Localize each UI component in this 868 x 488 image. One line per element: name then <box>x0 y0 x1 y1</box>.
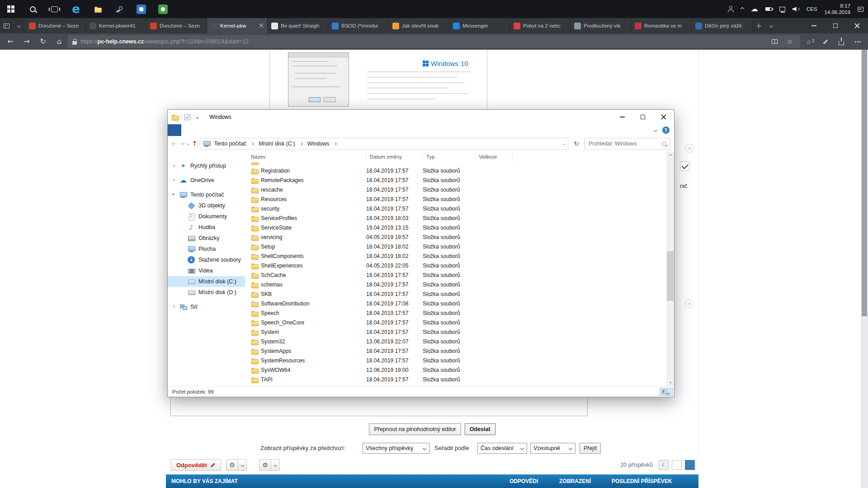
task-view-button[interactable] <box>43 0 65 18</box>
breadcrumb-segment[interactable]: Tento počítač <box>212 141 249 147</box>
taskbar-blue-app-button[interactable] <box>130 0 152 18</box>
moderator-tools-button[interactable] <box>259 459 271 471</box>
customize-qat-button[interactable] <box>196 115 199 118</box>
favorites-hub-button[interactable] <box>801 35 816 48</box>
order-select[interactable]: Vzestupně <box>530 443 576 454</box>
previous-page-button[interactable] <box>659 460 669 470</box>
sidebar-item[interactable]: Dokumenty <box>168 211 245 222</box>
file-row[interactable]: SystemApps 18.04.2019 17:57 Složka soubo… <box>247 346 666 356</box>
battery-tray-button[interactable] <box>762 0 776 18</box>
share-button[interactable] <box>834 35 849 48</box>
file-row[interactable]: Speech 18.04.2019 17:57 Složka souborů <box>247 308 666 318</box>
ribbon-tab[interactable] <box>168 124 181 136</box>
sidebar-item[interactable]: Stažené soubory <box>168 254 245 265</box>
post-embedded-image[interactable]: Windows10 <box>269 50 487 109</box>
column-header-date[interactable]: Datum změny <box>366 153 423 161</box>
add-favorite-button[interactable] <box>784 35 796 48</box>
column-header-name[interactable]: Název <box>247 153 366 161</box>
explorer-maximize-button[interactable] <box>632 110 653 124</box>
explorer-search-box[interactable]: Prohledat: Windows <box>585 138 670 150</box>
file-row[interactable]: rescache 18.04.2019 17:57 Složka souborů <box>247 185 666 194</box>
action-center-button[interactable] <box>854 0 867 18</box>
browser-close-button[interactable] <box>846 18 868 33</box>
file-row[interactable]: Resources 18.04.2019 17:57 Složka soubor… <box>247 194 666 204</box>
file-row[interactable] <box>247 162 666 166</box>
expand-ribbon-button[interactable] <box>654 128 657 132</box>
page-button[interactable] <box>672 460 682 470</box>
file-row[interactable]: Registration 18.04.2019 17:57 Složka sou… <box>247 166 666 175</box>
sidebar-item[interactable]: Síť <box>168 301 245 312</box>
breadcrumb-segment[interactable]: Windows <box>305 141 332 147</box>
browser-tab[interactable]: Doručené – Sezn <box>146 18 207 33</box>
network-tray-button[interactable] <box>776 0 789 18</box>
sidebar-item[interactable]: Místní disk (D:) <box>168 287 245 298</box>
file-row[interactable]: SoftwareDistribution 18.04.2019 17:08 Sl… <box>247 299 666 308</box>
file-row[interactable]: SysWOW64 12.06.2019 19:00 Složka souborů <box>247 365 666 375</box>
sidebar-item[interactable]: Videa <box>168 265 245 276</box>
file-row[interactable]: schemas 18.04.2019 17:57 Složka souborů <box>247 280 666 289</box>
address-dropdown-button[interactable] <box>562 142 566 145</box>
browser-minimize-button[interactable] <box>803 18 825 33</box>
breadcrumb-segment[interactable]: Místní disk (C:) <box>256 141 297 147</box>
moderator-tools-dropdown[interactable] <box>271 459 280 471</box>
browser-tab[interactable]: Be quiet! Straigh <box>268 18 328 33</box>
browser-tab[interactable]: Děčín plný zážit <box>692 18 752 33</box>
display-select[interactable]: Všechny příspěvky <box>363 443 429 454</box>
browser-tab[interactable]: Prodloužený vík <box>571 18 631 33</box>
set-aside-tabs-button[interactable] <box>0 18 13 33</box>
browser-maximize-button[interactable] <box>825 18 846 33</box>
sidebar-item[interactable]: Obrázky <box>168 233 245 244</box>
post-anchor-circle[interactable] <box>685 144 694 153</box>
file-row[interactable] <box>247 384 666 386</box>
topic-tools-button[interactable] <box>226 459 238 471</box>
topic-tools-dropdown[interactable] <box>238 459 247 471</box>
ribbon-tab[interactable] <box>208 124 222 136</box>
settings-menu-button[interactable] <box>850 35 865 48</box>
file-row[interactable]: Setup 18.04.2019 18:02 Složka souborů <box>247 242 666 251</box>
taskbar-clock[interactable]: 8:17 14.06.2019 <box>821 0 854 18</box>
file-row[interactable]: servicing 04.05.2019 19:57 Složka soubor… <box>247 232 666 242</box>
sort-select[interactable]: Čas odeslání <box>477 443 527 454</box>
browser-tab[interactable]: Messenger <box>449 18 510 33</box>
submit-button[interactable]: Odeslat <box>465 423 495 435</box>
expander-icon[interactable] <box>172 164 175 167</box>
file-row[interactable]: ShellExperiences 04.05.2019 22:05 Složka… <box>247 261 666 270</box>
people-button[interactable] <box>724 0 737 18</box>
scrollbar-thumb[interactable] <box>667 251 674 301</box>
taskbar-steam-button[interactable] <box>108 0 130 18</box>
language-indicator[interactable]: CES <box>803 0 821 18</box>
taskbar-edge-button[interactable] <box>65 0 87 18</box>
explorer-titlebar[interactable]: Windows <box>168 110 674 124</box>
browser-tab[interactable]: Doručené – Sezn <box>25 18 86 33</box>
up-button[interactable] <box>192 141 198 147</box>
forward-button[interactable] <box>19 35 34 48</box>
scrollbar-thumb[interactable] <box>862 50 867 316</box>
file-row[interactable]: TAPI 18.04.2019 17:57 Složka souborů <box>247 375 666 384</box>
onedrive-tray-button[interactable] <box>747 0 762 18</box>
full-editor-button[interactable]: Přepnout na plnohodnotný editor <box>369 423 461 435</box>
tab-close-icon[interactable] <box>259 23 264 28</box>
browser-tab[interactable]: Kernel-pkw <box>207 18 268 33</box>
explorer-minimize-button[interactable] <box>612 110 632 124</box>
reading-view-button[interactable] <box>769 35 780 48</box>
sidebar-item[interactable]: 3D objekty <box>168 200 245 211</box>
expander-icon[interactable] <box>172 178 175 182</box>
browser-tab[interactable]: Kernel-pkwer41 <box>86 18 146 33</box>
recent-locations-button[interactable] <box>187 142 190 145</box>
expander-icon[interactable] <box>172 192 175 195</box>
ribbon-tab[interactable] <box>195 124 208 136</box>
sidebar-item[interactable]: OneDrive <box>168 175 245 186</box>
file-row[interactable]: ServiceProfiles 18.04.2019 18:03 Složka … <box>247 213 666 223</box>
reply-button[interactable]: Odpovědět <box>170 459 221 471</box>
browser-scrollbar[interactable] <box>861 50 868 488</box>
taskbar-search-button[interactable] <box>22 0 43 18</box>
page-button[interactable] <box>685 460 695 470</box>
taskbar-green-app-button[interactable] <box>152 0 174 18</box>
file-row[interactable]: System32 13.06.2019 22:07 Složka souborů <box>247 337 666 346</box>
file-row[interactable]: ServiceState 19.04.2019 13:15 Složka sou… <box>247 223 666 232</box>
file-row[interactable]: RemotePackages 18.04.2019 17:57 Složka s… <box>247 175 666 185</box>
refresh-button[interactable] <box>35 35 51 48</box>
tab-list-button[interactable] <box>765 18 778 33</box>
explorer-refresh-button[interactable] <box>571 138 582 150</box>
file-row[interactable]: security 18.04.2019 17:57 Složka souborů <box>247 204 666 213</box>
